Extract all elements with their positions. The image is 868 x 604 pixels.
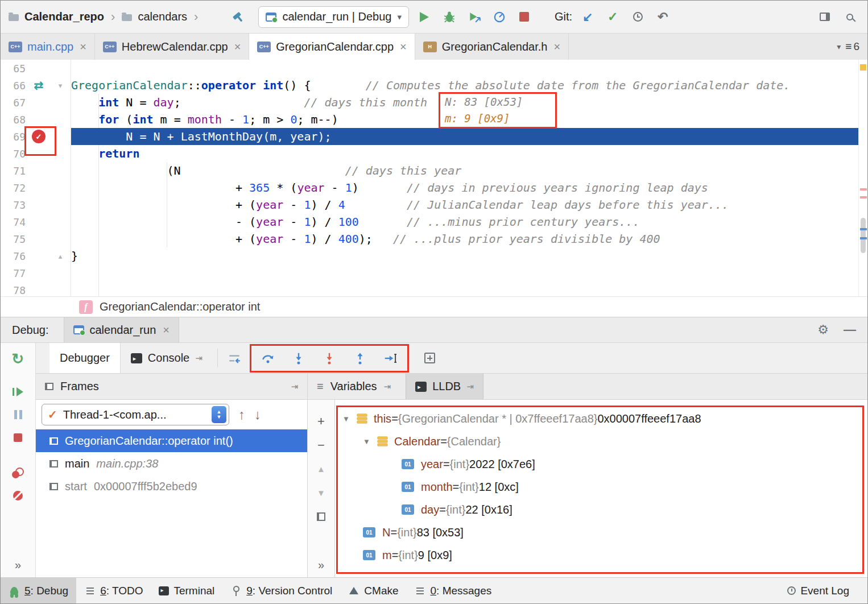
- next-frame-button[interactable]: ↓: [254, 407, 261, 423]
- view-breakpoints-button[interactable]: [7, 461, 30, 484]
- stripe-mark[interactable]: [860, 237, 867, 239]
- duplicate-watch-button[interactable]: [317, 511, 325, 523]
- move-up-button[interactable]: ▲: [317, 464, 325, 475]
- step-over-button[interactable]: [256, 346, 280, 370]
- add-watch-button[interactable]: +: [317, 416, 325, 427]
- previous-frame-button[interactable]: ↑: [238, 407, 245, 423]
- more-icon[interactable]: »: [318, 559, 324, 572]
- editor-gutter[interactable]: 6566⇄▾676869✓70717273747576▴7778: [1, 60, 71, 296]
- mute-breakpoints-button[interactable]: [7, 484, 30, 507]
- run-with-profiler-button[interactable]: [465, 7, 484, 27]
- stop-button[interactable]: [515, 7, 534, 27]
- expander-icon[interactable]: ▼: [363, 437, 378, 446]
- show-execution-point-button[interactable]: [222, 346, 246, 370]
- statusbar-item-messages[interactable]: 0: Messages: [407, 578, 500, 603]
- frames-header-label: Frames: [60, 380, 99, 393]
- tab-console[interactable]: Console ⇥: [121, 343, 213, 373]
- more-icon[interactable]: »: [15, 559, 21, 572]
- variable-row[interactable]: 01m = {int} 9 [0x9]: [338, 544, 862, 566]
- variable-row[interactable]: 01N = {int} 83 [0x53]: [338, 521, 862, 544]
- force-step-into-icon: [322, 351, 337, 366]
- stripe-mark[interactable]: [860, 228, 867, 230]
- debug-button[interactable]: [440, 7, 459, 27]
- stripe-mark[interactable]: [860, 188, 867, 191]
- settings-gear-icon[interactable]: ⚙: [817, 322, 829, 337]
- rerun-button[interactable]: ↻: [7, 347, 30, 370]
- close-icon[interactable]: ×: [553, 40, 560, 53]
- statusbar-item-terminal[interactable]: Terminal: [151, 578, 222, 603]
- variable-row[interactable]: 01month = {int} 12 [0xc]: [338, 475, 862, 498]
- minimize-icon[interactable]: —: [844, 322, 856, 337]
- frame-row[interactable]: GregorianCalendar::operator int(): [36, 429, 307, 452]
- statusbar-item-debug[interactable]: 5: Debug: [1, 578, 76, 603]
- stripe-mark[interactable]: [860, 196, 867, 198]
- hide-panel-icon[interactable]: ⇥: [291, 382, 298, 392]
- run-button[interactable]: [415, 7, 434, 27]
- fold-marker-icon[interactable]: ▴: [59, 252, 63, 260]
- scrollbar-thumb[interactable]: [861, 218, 866, 253]
- variable-row[interactable]: ▼this = {GregorianCalendar * | 0x7ffeeef…: [338, 407, 862, 430]
- variable-row[interactable]: ▼Calendar = {Calendar}: [338, 430, 862, 453]
- tab-debugger[interactable]: Debugger: [49, 343, 121, 373]
- rollback-button[interactable]: ↶: [653, 7, 672, 27]
- variable-row[interactable]: 01year = {int} 2022 [0x7e6]: [338, 453, 862, 475]
- update-project-button[interactable]: ↙: [578, 7, 597, 27]
- run-to-cursor-button[interactable]: [379, 346, 403, 370]
- evaluate-expression-button[interactable]: [418, 346, 442, 370]
- hidden-tabs-button[interactable]: ≡6: [845, 40, 859, 53]
- profiler-button[interactable]: [490, 7, 509, 27]
- commit-button[interactable]: ✓: [603, 7, 622, 27]
- recursive-call-icon[interactable]: ⇄: [34, 78, 44, 92]
- thread-selector[interactable]: ✓ Thread-1-<com.ap... ▲ ▼: [42, 404, 229, 425]
- close-icon[interactable]: ×: [163, 324, 170, 337]
- resume-button[interactable]: [7, 380, 30, 403]
- statusbar-item-version-control[interactable]: 9: Version Control: [222, 578, 340, 603]
- editor-tab[interactable]: HGregorianCalendar.h×: [415, 34, 569, 60]
- run-config-selector[interactable]: calendar_run | Debug ▾: [258, 6, 409, 28]
- variable-row[interactable]: 01day = {int} 22 [0x16]: [338, 498, 862, 521]
- statusbar-item-todo[interactable]: 6: TODO: [76, 578, 151, 603]
- line-number: 77: [1, 267, 26, 279]
- breadcrumb-function[interactable]: GregorianCalendar::operator int: [100, 300, 260, 313]
- close-icon[interactable]: ×: [400, 40, 407, 53]
- close-icon[interactable]: ×: [80, 40, 86, 53]
- stop-debug-button[interactable]: [7, 426, 30, 449]
- layout-button[interactable]: [815, 7, 834, 27]
- search-everywhere-button[interactable]: [840, 7, 859, 27]
- stripe-mark[interactable]: [860, 64, 866, 71]
- breadcrumb-folder[interactable]: calendars: [138, 10, 187, 23]
- editor-tab[interactable]: C++HebrewCalendar.cpp×: [95, 34, 249, 60]
- step-out-icon: [353, 351, 367, 366]
- step-out-button[interactable]: [348, 346, 372, 370]
- frame-row[interactable]: start0x00007fff5b2ebed9: [36, 475, 307, 498]
- debug-session-tab[interactable]: calendar_run ×: [64, 317, 179, 342]
- variables-header[interactable]: ≡ Variables ⇥ LLDB ⇥: [308, 374, 867, 399]
- tab-lldb[interactable]: LLDB ⇥: [406, 374, 483, 399]
- build-button[interactable]: [229, 7, 248, 27]
- editor-tab[interactable]: C++GregorianCalendar.cpp×: [249, 34, 415, 60]
- code-area[interactable]: GregorianCalendar::operator int() { // C…: [71, 60, 858, 296]
- step-over-icon: [261, 351, 275, 366]
- history-button[interactable]: [628, 7, 647, 27]
- frame-row[interactable]: mainmain.cpp:38: [36, 452, 307, 475]
- fold-marker-icon[interactable]: ▾: [59, 81, 63, 90]
- close-icon[interactable]: ×: [234, 40, 241, 53]
- line-number: 75: [1, 233, 26, 245]
- hide-panel-icon[interactable]: ⇥: [384, 382, 391, 392]
- step-into-button[interactable]: [287, 346, 311, 370]
- editor-tab[interactable]: C++main.cpp×: [1, 34, 95, 60]
- file-type-icon: C++: [9, 42, 22, 52]
- dropdown-caret-icon: ▾: [397, 12, 402, 22]
- statusbar-item-event-log[interactable]: Event Log: [779, 578, 857, 603]
- breadcrumb-project[interactable]: Calendar_repo: [24, 10, 104, 23]
- error-stripe[interactable]: [858, 60, 867, 296]
- statusbar-item-cmake[interactable]: CMake: [340, 578, 406, 603]
- expander-icon[interactable]: ▼: [342, 415, 357, 423]
- move-down-button[interactable]: ▼: [317, 487, 325, 499]
- remove-watch-button[interactable]: −: [317, 440, 325, 451]
- force-step-into-button[interactable]: [317, 346, 341, 370]
- tabs-dropdown-icon[interactable]: ▾: [837, 42, 841, 51]
- pause-button[interactable]: [7, 403, 30, 426]
- thread-spinner[interactable]: ▲ ▼: [212, 406, 226, 423]
- frames-header[interactable]: Frames ⇥: [36, 374, 308, 399]
